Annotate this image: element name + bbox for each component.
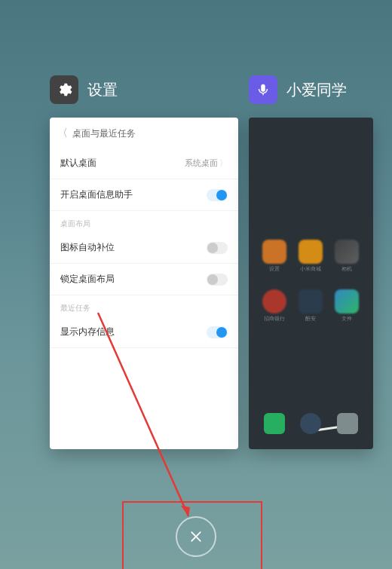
- xiaoai-app-header: 小爱同学: [249, 75, 347, 104]
- section-header-recent: 最近任务: [50, 295, 238, 317]
- blurred-app-icon: [335, 289, 359, 314]
- back-icon[interactable]: 〈: [57, 127, 68, 140]
- dock-phone-icon: [264, 413, 285, 434]
- row-auto-fill[interactable]: 图标自动补位: [50, 232, 238, 264]
- section-header-layout: 桌面布局: [50, 211, 238, 232]
- chevron-right-icon: 〉: [219, 158, 228, 169]
- recents-card-settings[interactable]: 〈 桌面与最近任务 默认桌面 系统桌面 〉 开启桌面信息助手 桌面布局 图标自动…: [50, 118, 238, 449]
- row-info-assistant[interactable]: 开启桌面信息助手: [50, 179, 238, 211]
- blurred-app-icon: [299, 240, 323, 264]
- row-label: 锁定桌面布局: [60, 273, 115, 286]
- blurred-app-label: 酷安: [299, 315, 323, 323]
- toggle-show-memory[interactable]: [207, 326, 228, 338]
- blurred-app-label: 小米商城: [299, 265, 323, 273]
- row-default-launcher[interactable]: 默认桌面 系统桌面 〉: [50, 148, 238, 179]
- row-lock-layout[interactable]: 锁定桌面布局: [50, 264, 238, 295]
- settings-app-title: 设置: [87, 80, 118, 100]
- settings-page-header: 〈 桌面与最近任务: [50, 118, 238, 148]
- xiaoai-card-content: 设置 小米商城 相机 招商银行 酷安 文件: [249, 118, 373, 449]
- dock-app-icon: [337, 413, 358, 434]
- gear-icon: [56, 81, 72, 98]
- settings-app-header: 设置: [50, 75, 118, 104]
- blurred-app-label: 设置: [262, 265, 286, 273]
- svg-rect-0: [261, 84, 265, 92]
- toggle-auto-fill[interactable]: [207, 242, 228, 254]
- row-show-memory[interactable]: 显示内存信息: [50, 317, 238, 348]
- toggle-lock-layout[interactable]: [207, 274, 228, 286]
- row-label: 开启桌面信息助手: [60, 188, 133, 201]
- row-label: 图标自动补位: [60, 241, 115, 254]
- blurred-app-icon: [335, 240, 359, 264]
- row-value: 系统桌面 〉: [185, 158, 228, 169]
- xiaoai-app-icon: [249, 75, 277, 104]
- dock-home-icon: [300, 413, 321, 434]
- microphone-icon: [255, 81, 271, 98]
- toggle-info-assistant[interactable]: [207, 189, 228, 201]
- blurred-app-label: 招商银行: [262, 315, 286, 323]
- row-label: 显示内存信息: [60, 326, 115, 338]
- row-label: 默认桌面: [60, 157, 96, 170]
- svg-marker-5: [181, 506, 190, 516]
- xiaoai-app-title: 小爱同学: [286, 80, 347, 100]
- recents-card-xiaoai[interactable]: 设置 小米商城 相机 招商银行 酷安 文件: [249, 118, 373, 449]
- close-all-button[interactable]: [176, 516, 216, 557]
- blurred-app-icon: [299, 289, 323, 314]
- settings-app-icon: [50, 75, 78, 104]
- settings-page-title: 桌面与最近任务: [72, 127, 136, 140]
- blurred-app-icon: [262, 289, 286, 314]
- dock-area: [249, 408, 373, 439]
- blurred-app-label: 相机: [335, 265, 359, 273]
- blurred-app-icon: [262, 240, 286, 264]
- close-icon: [188, 529, 204, 544]
- blurred-app-label: 文件: [335, 315, 359, 323]
